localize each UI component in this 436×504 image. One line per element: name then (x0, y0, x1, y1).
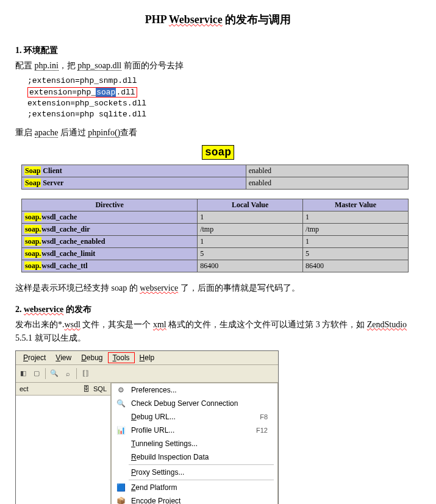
soap-status-table: Soap ClientenabledSoap Serverenabled (21, 165, 409, 190)
toolbar-btn[interactable]: ⌕ (62, 367, 74, 380)
after-table-text: 这样是表示环境已经支持 soap 的 webservice 了，后面的事情就是写… (15, 282, 421, 295)
menu-item-tools[interactable]: Tools (108, 352, 135, 363)
menu-icon: 📊 (115, 425, 126, 435)
menu-item[interactable]: 📊Profile URL...F12 (112, 424, 277, 437)
menu-icon (115, 439, 126, 449)
menu-item-debug[interactable]: Debug (76, 352, 107, 363)
section-2-heading: 2. webservice 的发布 (15, 304, 421, 315)
table-row: soap.wsdl_cache_ttl8640086400 (22, 260, 409, 272)
menu-item[interactable]: Rebuild Inspection Data (112, 450, 277, 464)
ide-tab[interactable]: ect 🗄 SQL (16, 383, 110, 396)
menu-icon: 📦 (115, 496, 126, 504)
ide-editor-area (16, 396, 110, 504)
ide-left-panel: ect 🗄 SQL (16, 383, 111, 504)
table-row: soap.wsdl_cache11 (22, 211, 409, 223)
code-block-phpini: ;extension=php_snmp.dll extension=php_so… (27, 76, 421, 120)
menu-item[interactable]: 📦Encode Project (112, 494, 277, 504)
toolbar-btn[interactable]: ◧ (17, 367, 29, 380)
menu-separator (129, 480, 274, 480)
document-page: PHP Webservice 的发布与调用 1. 环境配置 配置 php.ini… (0, 0, 436, 504)
tools-dropdown-menu: ⚙Preferences...🔍Check Debug Server Conne… (111, 383, 278, 504)
page-title: PHP Webservice 的发布与调用 (15, 12, 421, 27)
section-1-text: 配置 php.ini，把 php_soap.dll 前面的分号去掉 (15, 59, 421, 73)
menu-icon (115, 452, 126, 462)
menu-item-help[interactable]: Help (135, 352, 160, 363)
section-1-text2: 重启 apache 后通过 phpinfo()查看 (15, 126, 421, 140)
section-2-text: 发布出来的*.wsdl 文件，其实是一个 xml 格式的文件，生成这个文件可以通… (15, 318, 421, 346)
menu-item-project[interactable]: Project (18, 352, 51, 363)
table-row: Soap Serverenabled (22, 177, 409, 189)
menu-icon (115, 412, 126, 422)
table-row: Soap Clientenabled (22, 165, 409, 177)
toolbar-btn[interactable]: ▢ (30, 367, 43, 380)
menu-item[interactable]: Proxy Settings... (112, 466, 277, 479)
menu-icon (115, 467, 126, 477)
menu-item-view[interactable]: View (51, 352, 76, 363)
soap-directives-table: DirectiveLocal ValueMaster Value soap.ws… (21, 199, 409, 272)
menu-item[interactable]: ⚙Preferences... (112, 383, 277, 397)
zendstudio-screenshot: ProjectViewDebugToolsHelp ◧ ▢ 🔍 ⌕ ⟦⟧ ect… (15, 350, 279, 504)
menu-item[interactable]: 🟦Zend Platform (112, 481, 277, 494)
menu-icon: 🟦 (115, 483, 126, 492)
menu-item[interactable]: Debug URL...F8 (112, 410, 277, 424)
table-row: soap.wsdl_cache_dir/tmp/tmp (22, 223, 409, 235)
table-row: soap.wsdl_cache_limit55 (22, 247, 409, 260)
menu-separator (129, 464, 274, 465)
ide-menubar: ProjectViewDebugToolsHelp (16, 351, 278, 365)
menu-item[interactable]: Tunneling Settings... (112, 437, 277, 450)
table-row: soap.wsdl_cache_enabled11 (22, 235, 409, 247)
ide-toolbar: ◧ ▢ 🔍 ⌕ ⟦⟧ (16, 365, 278, 383)
menu-item[interactable]: 🔍Check Debug Server Connection (112, 397, 277, 410)
toolbar-btn[interactable]: ⟦⟧ (79, 367, 91, 380)
soap-badge: soap (15, 146, 421, 158)
search-icon[interactable]: 🔍 (48, 367, 60, 380)
menu-icon: 🔍 (115, 399, 126, 408)
menu-icon: ⚙ (115, 385, 126, 395)
section-1-heading: 1. 环境配置 (15, 45, 421, 56)
